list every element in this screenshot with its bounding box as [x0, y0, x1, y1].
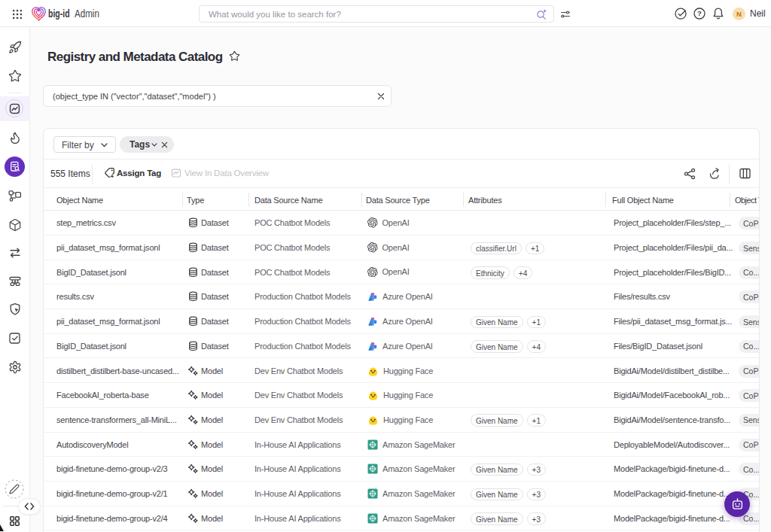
- svg-text:?: ?: [697, 9, 702, 17]
